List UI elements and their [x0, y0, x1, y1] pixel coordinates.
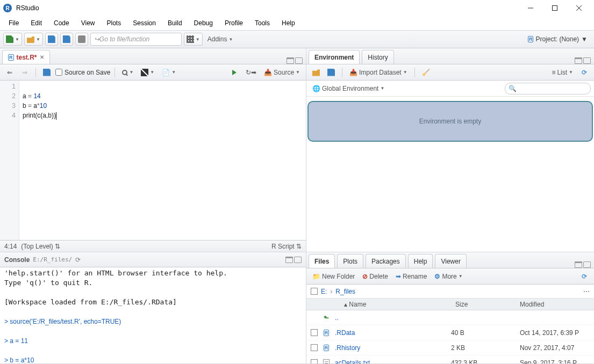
- wand-button[interactable]: ▼: [138, 66, 157, 79]
- source-on-save-checkbox[interactable]: [55, 69, 62, 76]
- save-all-button[interactable]: [60, 33, 73, 46]
- addins-button[interactable]: Addins ▼: [205, 33, 236, 46]
- env-empty-highlight: Environment is empty: [307, 101, 593, 142]
- forward-button[interactable]: ⇒: [18, 66, 31, 79]
- r-project-icon: R: [528, 36, 534, 42]
- header-size[interactable]: Size: [455, 301, 520, 308]
- tab-history[interactable]: History: [362, 50, 393, 64]
- refresh-files-button[interactable]: ⟳: [578, 270, 591, 283]
- tab-files[interactable]: Files: [309, 254, 335, 268]
- save-source-button[interactable]: [40, 66, 53, 79]
- up-icon: ⬑: [324, 314, 329, 322]
- menu-edit[interactable]: Edit: [25, 17, 47, 29]
- menu-plots[interactable]: Plots: [102, 17, 127, 29]
- file-list-header: ▴ Name Size Modified: [306, 299, 594, 310]
- tab-packages[interactable]: Packages: [366, 254, 406, 268]
- delete-button[interactable]: ⊘ Delete: [360, 270, 391, 283]
- scope-indicator[interactable]: (Top Level) ⇅: [21, 243, 60, 250]
- cursor-position: 4:14: [4, 243, 17, 250]
- file-checkbox[interactable]: [311, 344, 318, 351]
- rerun-button[interactable]: ↻➡: [243, 66, 259, 79]
- env-view-mode[interactable]: ≡ List ▼: [549, 66, 576, 79]
- close-icon[interactable]: ✕: [40, 54, 44, 60]
- menu-help[interactable]: Help: [276, 17, 300, 29]
- load-workspace-button[interactable]: [310, 66, 323, 79]
- code-area[interactable]: a = 14 b = a*10 print(c(a,b)): [19, 81, 306, 240]
- more-button[interactable]: ⚙ More ▼: [432, 270, 465, 283]
- save-button[interactable]: [45, 33, 58, 46]
- clear-workspace-button[interactable]: 🧹: [419, 66, 433, 79]
- notebook-button[interactable]: 📄▼: [159, 66, 178, 79]
- panes-grid-button[interactable]: ▼: [184, 33, 203, 46]
- console-title: Console: [4, 256, 30, 264]
- new-file-button[interactable]: ▼: [3, 33, 22, 46]
- file-row[interactable]: R.Rhistory2 KBNov 27, 2017, 4:07: [306, 340, 594, 355]
- goto-file-input[interactable]: ↪ Go to file/function: [90, 33, 182, 46]
- gutter: 1234: [0, 81, 19, 240]
- new-folder-button[interactable]: 📁 New Folder: [310, 270, 357, 283]
- env-scope-selector[interactable]: 🌐 Global Environment ▼: [310, 82, 387, 95]
- menu-view[interactable]: View: [76, 17, 101, 29]
- menu-file[interactable]: File: [3, 17, 24, 29]
- file-name[interactable]: acDetails.txt: [335, 359, 447, 364]
- source-button[interactable]: 📥 Source ▼: [261, 66, 303, 79]
- delete-icon: ⊘: [362, 273, 368, 280]
- save-workspace-button[interactable]: [325, 66, 338, 79]
- open-project-button[interactable]: ▼: [24, 33, 43, 46]
- breadcrumb-drive[interactable]: E:: [321, 288, 327, 295]
- source-tab-test-r[interactable]: R test.R* ✕: [2, 50, 50, 64]
- rename-button[interactable]: ➡ Rename: [393, 270, 430, 283]
- select-all-checkbox[interactable]: [311, 288, 318, 295]
- project-selector[interactable]: RProject: (None)▼: [525, 35, 591, 43]
- menu-tools[interactable]: Tools: [249, 17, 275, 29]
- tab-plots[interactable]: Plots: [337, 254, 363, 268]
- file-name[interactable]: .RData: [335, 329, 447, 337]
- path-menu-icon[interactable]: ⋯: [583, 288, 590, 295]
- save-all-icon: [63, 35, 70, 43]
- rename-icon: ➡: [396, 273, 401, 280]
- tab-environment[interactable]: Environment: [309, 50, 360, 64]
- pane-minmax[interactable]: [575, 57, 591, 64]
- header-name[interactable]: ▴ Name: [320, 301, 455, 308]
- svg-rect-1: [552, 6, 557, 11]
- run-button[interactable]: [228, 66, 241, 79]
- env-toolbar: 📥 Import Dataset ▼ 🧹 ≡ List ▼ ⟳: [306, 64, 594, 81]
- window-maximize-button[interactable]: [542, 0, 567, 16]
- pane-minmax[interactable]: [285, 257, 302, 263]
- refresh-env-button[interactable]: ⟳: [578, 66, 591, 79]
- window-close-button[interactable]: [567, 0, 591, 16]
- env-search-input[interactable]: 🔍: [505, 83, 591, 94]
- file-name[interactable]: .Rhistory: [335, 344, 447, 352]
- code-editor[interactable]: 1234 a = 14 b = a*10 print(c(a,b)): [0, 81, 306, 240]
- menu-debug[interactable]: Debug: [189, 17, 218, 29]
- file-name[interactable]: ..: [335, 314, 447, 322]
- console-body[interactable]: 'help.start()' for an HTML browser inter…: [0, 267, 306, 363]
- file-row[interactable]: acDetails.txt432.3 KBSep 9, 2017, 3:16 P: [306, 355, 594, 363]
- file-row[interactable]: R.RData40 BOct 14, 2017, 6:39 P: [306, 325, 594, 340]
- pane-minmax[interactable]: [575, 261, 591, 268]
- console-clear-icon[interactable]: ⟳: [75, 256, 81, 264]
- header-modified[interactable]: Modified: [520, 301, 590, 308]
- window-minimize-button[interactable]: [518, 0, 542, 16]
- menu-profile[interactable]: Profile: [219, 17, 248, 29]
- file-row[interactable]: ⬑..: [306, 310, 594, 325]
- menu-session[interactable]: Session: [127, 17, 161, 29]
- menu-build[interactable]: Build: [162, 17, 188, 29]
- source-toolbar: ⇐ ⇒ Source on Save ▼ ▼ 📄▼ ↻➡ 📥 Source ▼: [0, 64, 306, 81]
- pane-minmax[interactable]: [287, 57, 303, 64]
- tab-help[interactable]: Help: [408, 254, 433, 268]
- import-dataset-button[interactable]: 📥 Import Dataset ▼: [347, 66, 410, 79]
- source-pane: R test.R* ✕ ⇐ ⇒ Source on Save ▼ ▼ 📄▼: [0, 48, 306, 252]
- file-checkbox[interactable]: [311, 359, 318, 363]
- breadcrumb-folder[interactable]: R_files: [335, 288, 355, 295]
- back-button[interactable]: ⇐: [3, 66, 16, 79]
- tab-viewer[interactable]: Viewer: [435, 254, 466, 268]
- find-button[interactable]: ▼: [119, 66, 136, 79]
- language-indicator[interactable]: R Script ⇅: [271, 243, 302, 250]
- file-modified: Sep 9, 2017, 3:16 P: [520, 359, 590, 364]
- menu-code[interactable]: Code: [48, 17, 75, 29]
- file-checkbox[interactable]: [311, 329, 318, 336]
- env-tabstrip: EnvironmentHistory: [306, 48, 594, 64]
- file-size: 432.3 KB: [451, 359, 516, 364]
- print-button[interactable]: [75, 33, 88, 46]
